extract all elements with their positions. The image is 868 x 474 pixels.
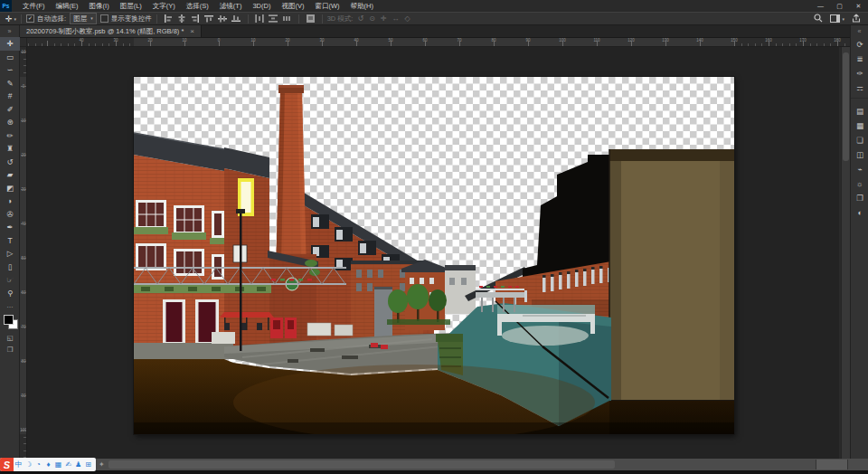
- ime-emoji-icon[interactable]: ◔: [33, 458, 43, 471]
- ime-voice-icon[interactable]: ♦: [43, 458, 53, 471]
- adjustments-panel-icon[interactable]: ⚎: [851, 81, 868, 95]
- weir-foam: [502, 326, 589, 346]
- path-select-tool[interactable]: ▷: [0, 247, 20, 261]
- marquee-tool[interactable]: ▭: [0, 51, 20, 64]
- healing-brush-tool[interactable]: ⊛: [0, 116, 20, 129]
- align-left-icon[interactable]: [163, 14, 175, 24]
- history-brush-tool[interactable]: ↺: [0, 156, 20, 169]
- more-tools-icon[interactable]: …: [0, 299, 20, 311]
- left-brick-building: [134, 133, 235, 359]
- menu-layer[interactable]: 图层(L): [115, 0, 147, 12]
- align-middle-icon[interactable]: [217, 14, 229, 24]
- ime-keyboard-icon[interactable]: ▦: [53, 458, 63, 471]
- channels-panel-icon[interactable]: ◫: [851, 147, 868, 162]
- menu-filter[interactable]: 滤镜(T): [214, 0, 248, 12]
- distribute-horizontal-icon[interactable]: [254, 14, 266, 24]
- gradients-panel-icon[interactable]: ◐: [851, 205, 868, 220]
- tab-close-icon[interactable]: ×: [190, 27, 194, 35]
- pasteboard: [27, 47, 839, 459]
- ruler-label: 50: [388, 38, 392, 43]
- blur-tool[interactable]: ◗: [0, 194, 20, 208]
- horizontal-ruler[interactable]: 4030201001020304050607080901001101201301…: [27, 38, 850, 47]
- screen-mode-button[interactable]: ❐: [0, 344, 20, 356]
- menu-help[interactable]: 帮助(H): [345, 0, 379, 12]
- learn-panel-icon[interactable]: ☼: [851, 176, 868, 191]
- type-tool[interactable]: T: [0, 234, 20, 248]
- vertical-scrollbar[interactable]: [841, 47, 850, 459]
- ruler-label: 150: [731, 38, 738, 43]
- ime-mode-chinese-icon[interactable]: 中: [14, 458, 24, 471]
- layers-panel-icon[interactable]: ❏: [851, 133, 868, 147]
- pen-tool[interactable]: ✒: [0, 221, 20, 234]
- ime-fullwidth-icon[interactable]: ☽: [24, 458, 33, 471]
- move-tool[interactable]: ✛: [0, 37, 20, 51]
- ruler-label: 100: [20, 428, 27, 432]
- patterns-panel-icon[interactable]: ▦: [851, 118, 868, 133]
- shape-tool[interactable]: ▯: [0, 261, 20, 274]
- paths-panel-icon[interactable]: ⌁: [851, 162, 868, 176]
- minimize-button[interactable]: —: [811, 0, 830, 12]
- quick-mask-button[interactable]: ◱: [0, 332, 20, 344]
- gradient-tool[interactable]: ◩: [0, 182, 20, 195]
- menu-type[interactable]: 文字(Y): [147, 0, 181, 12]
- brush-tool[interactable]: ✏: [0, 129, 20, 143]
- close-button[interactable]: ✕: [849, 0, 868, 12]
- menu-file[interactable]: 文件(F): [17, 0, 51, 12]
- distribute-vertical-icon[interactable]: [268, 14, 279, 24]
- zoom-tool[interactable]: ⚲: [0, 287, 20, 300]
- workspace-switcher-icon[interactable]: ▾: [830, 14, 844, 23]
- toolbar-collapse-icon[interactable]: »: [0, 25, 19, 37]
- dodge-tool[interactable]: ✇: [0, 208, 20, 222]
- color-swatches: [0, 314, 20, 332]
- sogou-logo-icon[interactable]: S: [0, 458, 14, 471]
- menu-3d[interactable]: 3D(D): [247, 0, 276, 12]
- crop-tool[interactable]: #: [0, 90, 20, 103]
- search-icon[interactable]: [814, 14, 823, 24]
- ime-toolbox-icon[interactable]: ⊞: [83, 458, 93, 471]
- hand-tool[interactable]: ☞: [0, 273, 20, 287]
- menu-view[interactable]: 视图(V): [276, 0, 309, 12]
- eraser-tool[interactable]: ▰: [0, 168, 20, 182]
- align-bottom-icon[interactable]: [231, 14, 242, 24]
- panel-icons: ⟳≣✑⚎▤▦❏◫⌁☼❐◐: [851, 37, 868, 220]
- document-canvas[interactable]: [134, 77, 734, 434]
- align-options-icon[interactable]: [305, 14, 316, 24]
- foreground-color-swatch[interactable]: [4, 315, 14, 325]
- align-right-icon[interactable]: [190, 14, 202, 24]
- properties-panel-icon[interactable]: ≣: [851, 52, 868, 66]
- ime-handwriting-icon[interactable]: ✍: [63, 458, 73, 471]
- share-icon[interactable]: [852, 14, 861, 24]
- menu-edit[interactable]: 编辑(E): [51, 0, 84, 12]
- menu-window[interactable]: 窗口(W): [309, 0, 344, 12]
- align-top-icon[interactable]: [203, 14, 215, 24]
- document-tab[interactable]: 20200709-制图小教室.psb @ 14.1% (精图, RGB/8) *…: [20, 25, 202, 37]
- ime-settings-wrench-icon[interactable]: ✦: [99, 460, 105, 469]
- vertical-ruler[interactable]: 100102030405060708090100: [20, 47, 27, 459]
- restore-button[interactable]: ▢: [830, 0, 849, 12]
- tool-preset-caret-icon[interactable]: ▾: [14, 16, 17, 22]
- brush-settings-panel-icon[interactable]: ✑: [851, 66, 868, 81]
- auto-select-dropdown[interactable]: 图层 ▾: [70, 13, 97, 24]
- swatches-panel-icon[interactable]: ▤: [851, 104, 868, 118]
- ruler-label: 10: [20, 118, 27, 123]
- ruler-origin-corner[interactable]: [20, 38, 27, 47]
- ruler-label: 10: [182, 38, 186, 43]
- clone-stamp-tool[interactable]: ♜: [0, 142, 20, 156]
- panel-collapse-icon[interactable]: «: [851, 25, 868, 37]
- lasso-tool[interactable]: ∽: [0, 63, 20, 77]
- history-panel-icon[interactable]: ⟳: [851, 37, 868, 52]
- distribute-spacing-icon[interactable]: [281, 14, 293, 24]
- menu-select[interactable]: 选择(S): [181, 0, 214, 12]
- horizontal-scrollbar-thumb[interactable]: [108, 460, 615, 469]
- auto-select-checkbox[interactable]: ✓: [26, 14, 34, 23]
- menu-image[interactable]: 图像(I): [84, 0, 115, 12]
- ime-skin-icon[interactable]: ♟: [73, 458, 83, 471]
- show-transform-checkbox[interactable]: ✓: [100, 14, 108, 23]
- horizontal-scrollbar[interactable]: [0, 459, 868, 470]
- photoshop-logo-icon[interactable]: Ps: [0, 0, 12, 12]
- eyedropper-tool[interactable]: ✐: [0, 103, 20, 117]
- quick-select-tool[interactable]: ✎: [0, 77, 20, 90]
- align-center-h-icon[interactable]: [176, 14, 188, 24]
- libraries-panel-icon[interactable]: ❐: [851, 191, 868, 205]
- low-white-wall: [212, 332, 235, 344]
